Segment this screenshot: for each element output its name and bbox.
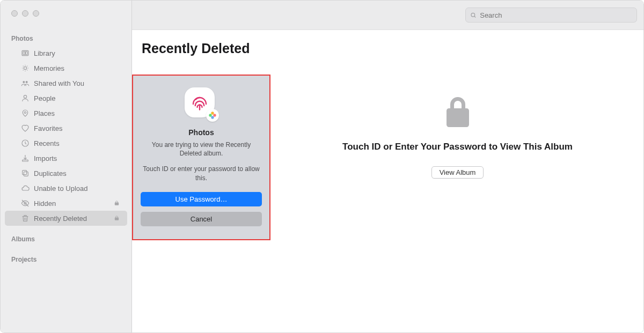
sidebar-item-label: Memories — [34, 64, 120, 72]
svg-rect-1 — [23, 51, 25, 54]
main-area: Recently Deleted Touch ID or Enter Your … — [132, 1, 643, 332]
sidebar-item-unable-to-upload[interactable]: Unable to Upload — [5, 181, 127, 196]
photos-app-badge-icon — [206, 109, 219, 122]
svg-rect-10 — [24, 172, 28, 176]
svg-rect-11 — [23, 171, 27, 175]
dialog-message: You are trying to view the Recently Dele… — [141, 140, 262, 158]
svg-point-6 — [24, 95, 26, 98]
svg-rect-9 — [23, 160, 28, 161]
svg-point-16 — [211, 112, 214, 114]
minimize-window-button[interactable] — [22, 10, 28, 17]
shared-icon — [21, 79, 30, 87]
favorites-icon — [21, 124, 30, 132]
library-icon — [21, 49, 30, 57]
people-icon — [21, 94, 30, 102]
window-controls — [1, 10, 131, 33]
auth-dialog: Photos You are trying to view the Recent… — [132, 75, 270, 240]
search-input[interactable] — [480, 11, 632, 19]
lock-icon — [443, 94, 473, 130]
cancel-button[interactable]: Cancel — [141, 212, 262, 226]
sidebar-item-label: People — [34, 94, 120, 102]
hidden-icon — [21, 199, 30, 208]
view-album-button[interactable]: View Album — [431, 166, 484, 179]
sidebar-item-label: Shared with You — [34, 79, 120, 87]
section-projects[interactable]: Projects — [1, 254, 131, 267]
sidebar-item-label: Recently Deleted — [34, 214, 109, 223]
svg-point-19 — [209, 114, 211, 116]
sidebar-item-label: Favorites — [34, 124, 120, 132]
touchid-app-icon — [185, 87, 218, 121]
duplicates-icon — [21, 169, 30, 177]
sidebar-item-shared-with-you[interactable]: Shared with You — [5, 76, 127, 91]
trash-icon — [21, 214, 30, 223]
sidebar-item-imports[interactable]: Imports — [5, 151, 127, 166]
locked-album-heading: Touch ID or Enter Your Password to View … — [272, 142, 643, 152]
dialog-instruction: Touch ID or enter your password to allow… — [141, 165, 262, 182]
lock-icon — [114, 199, 120, 208]
sidebar-item-favorites[interactable]: Favorites — [5, 121, 127, 136]
svg-point-14 — [471, 13, 475, 17]
sidebar-item-label: Hidden — [34, 199, 109, 208]
sidebar-item-label: Places — [34, 109, 120, 117]
svg-point-4 — [23, 81, 25, 83]
app-window: Photos LibraryMemoriesShared with YouPeo… — [0, 0, 644, 333]
page-title: Recently Deleted — [142, 41, 635, 56]
places-icon — [21, 109, 30, 117]
content-area: Recently Deleted Touch ID or Enter Your … — [132, 30, 643, 332]
sidebar-item-hidden[interactable]: Hidden — [5, 196, 127, 211]
search-field[interactable] — [465, 8, 637, 23]
cloud-icon — [21, 184, 30, 193]
locked-album-state: Touch ID or Enter Your Password to View … — [272, 94, 643, 179]
svg-point-7 — [24, 112, 26, 113]
section-photos: Photos — [1, 33, 131, 46]
fingerprint-icon — [190, 93, 209, 112]
use-password-button[interactable]: Use Password… — [141, 192, 262, 206]
sidebar-item-people[interactable]: People — [5, 91, 127, 106]
sidebar-item-label: Unable to Upload — [34, 184, 120, 193]
sidebar-item-label: Recents — [34, 139, 120, 147]
svg-point-3 — [24, 66, 26, 69]
memories-icon — [21, 64, 30, 72]
zoom-window-button[interactable] — [33, 10, 39, 17]
search-icon — [470, 12, 477, 19]
recents-icon — [21, 139, 30, 147]
sidebar: Photos LibraryMemoriesShared with YouPeo… — [1, 1, 132, 332]
svg-point-17 — [213, 114, 216, 116]
sidebar-item-label: Duplicates — [34, 169, 120, 177]
sidebar-item-duplicates[interactable]: Duplicates — [5, 166, 127, 181]
svg-point-18 — [211, 116, 214, 119]
sidebar-item-recently-deleted[interactable]: Recently Deleted — [5, 211, 127, 226]
svg-point-5 — [26, 81, 28, 83]
toolbar — [132, 1, 643, 30]
sidebar-item-recents[interactable]: Recents — [5, 136, 127, 151]
close-window-button[interactable] — [11, 10, 18, 17]
svg-rect-2 — [26, 51, 27, 54]
svg-line-15 — [474, 16, 475, 17]
sidebar-item-label: Library — [34, 49, 120, 57]
dialog-app-name: Photos — [141, 128, 262, 137]
sidebar-item-memories[interactable]: Memories — [5, 61, 127, 76]
section-albums[interactable]: Albums — [1, 233, 131, 246]
sidebar-item-library[interactable]: Library — [5, 46, 127, 61]
sidebar-item-places[interactable]: Places — [5, 106, 127, 121]
lock-icon — [114, 214, 120, 223]
imports-icon — [21, 154, 30, 162]
sidebar-item-label: Imports — [34, 154, 120, 162]
